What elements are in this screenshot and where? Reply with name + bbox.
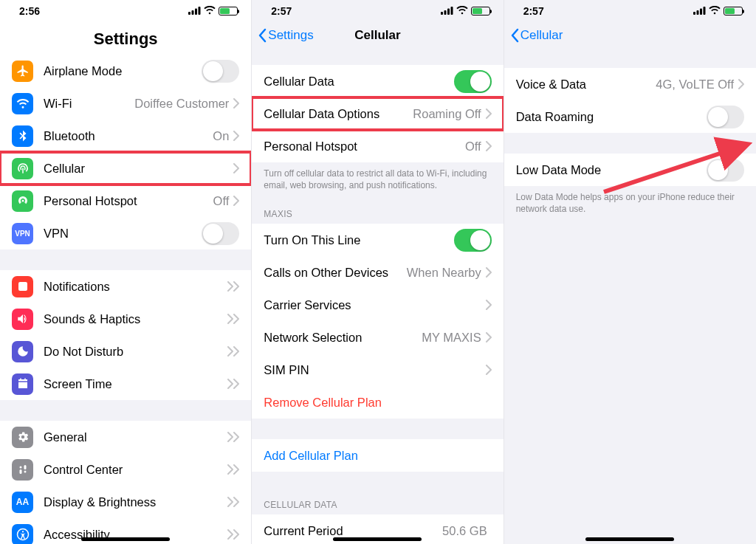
- row-lowdata[interactable]: Low Data Mode: [504, 154, 756, 186]
- row-vpn[interactable]: VPNVPN: [0, 217, 251, 249]
- row-dnd[interactable]: Do Not Disturb: [0, 335, 251, 368]
- row-wifi[interactable]: Wi-FiDoiffee Customer: [0, 87, 251, 120]
- row-notifications[interactable]: Notifications: [0, 270, 251, 303]
- chevron-right-icon: [227, 346, 233, 357]
- row-hotspot[interactable]: Personal HotspotOff: [252, 130, 503, 162]
- chevron-right-icon: [233, 98, 239, 109]
- svg-rect-18: [703, 7, 705, 15]
- battery-icon: [471, 7, 490, 16]
- row-label: Screen Time: [44, 377, 227, 391]
- group-lowdata: Low Data Mode: [504, 154, 756, 186]
- toggle-turnonline[interactable]: [454, 229, 492, 252]
- row-value: Roaming Off: [413, 107, 481, 121]
- nav-bar: Cellular: [504, 19, 756, 52]
- row-dataroaming[interactable]: Data Roaming: [504, 100, 756, 133]
- chevron-right-icon: [486, 109, 492, 119]
- chevron-right-icon: [486, 267, 492, 278]
- back-label: Settings: [268, 28, 313, 43]
- chevron-right-icon: [227, 314, 233, 324]
- row-bluetooth[interactable]: BluetoothOn: [0, 120, 251, 152]
- status-icons: [188, 5, 238, 17]
- chevron-right-icon: [227, 529, 233, 540]
- row-general[interactable]: General: [0, 421, 251, 453]
- row-label: Cellular Data Options: [264, 107, 413, 121]
- row-simpin[interactable]: SIM PIN: [252, 354, 503, 386]
- row-label: Bluetooth: [44, 129, 213, 143]
- row-netselection[interactable]: Network SelectionMY MAXIS: [252, 321, 503, 354]
- row-label: Cellular: [44, 162, 233, 176]
- svg-point-10: [21, 531, 23, 532]
- status-bar: 2:57: [504, 0, 756, 19]
- row-voicedata[interactable]: Voice & Data4G, VoLTE Off: [504, 68, 756, 100]
- row-label: Airplane Mode: [44, 64, 202, 78]
- row-removeplan[interactable]: Remove Cellular Plan: [252, 386, 503, 419]
- chevron-right-icon: [233, 281, 239, 292]
- row-celloptions[interactable]: Cellular Data OptionsRoaming Off: [252, 97, 503, 130]
- svg-rect-1: [192, 10, 194, 15]
- row-display[interactable]: AADisplay & Brightness: [0, 486, 251, 518]
- toggle-lowdata[interactable]: [707, 159, 744, 182]
- row-value: When Nearby: [407, 266, 481, 280]
- row-screentime[interactable]: Screen Time: [0, 368, 251, 400]
- row-cellular[interactable]: Cellular: [0, 152, 251, 185]
- svg-rect-15: [693, 12, 695, 15]
- row-value: 50.6 GB: [442, 524, 487, 538]
- chevron-right-icon: [233, 432, 239, 442]
- toggle-cellulardata[interactable]: [454, 70, 492, 93]
- row-value: Doiffee Customer: [134, 97, 229, 111]
- row-label: Carrier Services: [264, 298, 485, 312]
- group-cellulardata: Cellular DataCellular Data OptionsRoamin…: [252, 65, 503, 162]
- row-addplan[interactable]: Add Cellular Plan: [252, 439, 503, 472]
- cellular-icon: [12, 158, 33, 179]
- home-indicator[interactable]: [333, 537, 422, 541]
- dnd-icon: [12, 341, 33, 362]
- row-label: Personal Hotspot: [264, 140, 465, 154]
- row-label: Notifications: [44, 280, 227, 294]
- row-label: Network Selection: [264, 331, 422, 345]
- battery-icon: [724, 7, 743, 16]
- back-button[interactable]: Cellular: [504, 28, 563, 43]
- row-controlcenter[interactable]: Control Center: [0, 453, 251, 486]
- svg-rect-4: [18, 282, 27, 291]
- row-airplane[interactable]: Airplane Mode: [0, 55, 251, 87]
- clock: 2:56: [19, 5, 40, 17]
- row-carrier[interactable]: Carrier Services: [252, 289, 503, 321]
- row-label: Display & Brightness: [44, 495, 227, 509]
- row-value: On: [213, 129, 229, 143]
- wifi-icon: [12, 93, 33, 114]
- toggle-airplane[interactable]: [202, 60, 239, 83]
- svg-rect-11: [441, 12, 443, 15]
- svg-rect-6: [19, 469, 21, 474]
- screen-celloptions: 2:57 Cellular Voice & Data4G, VoLTE OffD…: [504, 0, 756, 544]
- row-callsother[interactable]: Calls on Other DevicesWhen Nearby: [252, 256, 503, 289]
- back-button[interactable]: Settings: [252, 28, 313, 43]
- row-value: 4G, VoLTE Off: [656, 78, 734, 92]
- row-sounds[interactable]: Sounds & Haptics: [0, 303, 251, 335]
- toggle-dataroaming[interactable]: [707, 106, 744, 128]
- clock: 2:57: [271, 5, 292, 17]
- home-indicator[interactable]: [81, 537, 170, 541]
- chevron-right-icon: [233, 464, 239, 475]
- signal-icon: [693, 5, 706, 17]
- chevron-left-icon: [258, 28, 267, 43]
- chevron-left-icon: [510, 28, 519, 43]
- group-general: GeneralControl CenterAADisplay & Brightn…: [0, 421, 251, 544]
- display-icon: AA: [12, 492, 33, 513]
- bluetooth-icon: [12, 125, 33, 147]
- chevron-right-icon: [486, 365, 492, 375]
- chevron-right-icon: [486, 300, 492, 310]
- row-label: Control Center: [44, 463, 227, 477]
- row-turnonline[interactable]: Turn On This Line: [252, 224, 503, 256]
- nav-bar: Settings Cellular: [252, 19, 503, 52]
- group-addplan: Add Cellular Plan: [252, 439, 503, 472]
- row-cellulardata[interactable]: Cellular Data: [252, 65, 503, 97]
- row-hotspot[interactable]: Personal HotspotOff: [0, 185, 251, 217]
- chevron-right-icon: [233, 346, 239, 357]
- home-indicator[interactable]: [585, 537, 674, 541]
- row-label: Calls on Other Devices: [264, 266, 406, 280]
- chevron-right-icon: [233, 163, 239, 173]
- chevron-right-icon: [486, 141, 492, 151]
- row-label: Personal Hotspot: [44, 194, 213, 208]
- toggle-vpn[interactable]: [202, 222, 239, 245]
- back-label: Cellular: [520, 28, 563, 43]
